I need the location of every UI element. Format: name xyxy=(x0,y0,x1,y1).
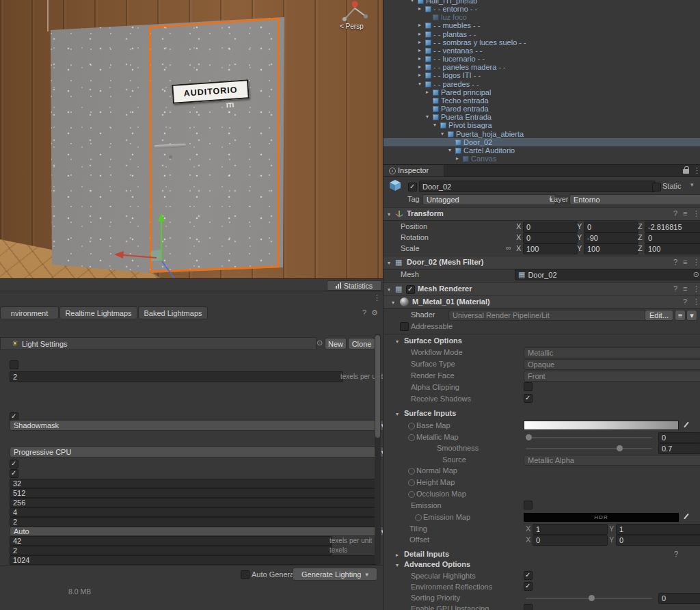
hierarchy-item[interactable]: ▸- - entorno - - xyxy=(383,5,700,13)
foldout-arrow[interactable]: ▾ xyxy=(396,411,399,417)
hierarchy-item[interactable]: ▾Pivot bisagra xyxy=(383,121,700,129)
preset-icon[interactable]: ≡ xyxy=(683,284,687,293)
samples-field[interactable]: 2 xyxy=(10,517,379,527)
kebab-menu-icon[interactable]: ⋮ xyxy=(692,258,700,267)
sorting-priority-field[interactable]: 0 xyxy=(658,593,700,604)
tab-baked-lightmaps[interactable]: Baked Lightmaps xyxy=(138,306,208,319)
hierarchy-item[interactable]: ▾Puerta Entrada xyxy=(383,113,700,121)
rotation-y-field[interactable]: -90 xyxy=(584,233,638,243)
hierarchy-item[interactable]: ▸- - sombras y luces suelo - - xyxy=(383,38,700,47)
transform-header[interactable]: ▾ Transform ? ≡ ⋮ xyxy=(383,207,700,221)
position-y-field[interactable]: 0 xyxy=(584,222,638,233)
tiling-y-field[interactable]: 1 xyxy=(616,524,700,535)
mesh-renderer-enabled-checkbox[interactable] xyxy=(406,285,415,294)
foldout-arrow[interactable]: ▾ xyxy=(448,146,451,155)
clone-button[interactable]: Clone xyxy=(348,338,375,349)
position-z-field[interactable]: -2.816815 xyxy=(645,222,700,233)
object-picker-icon[interactable]: ⊙ xyxy=(693,270,699,279)
lightmap-padding-field[interactable]: 2 xyxy=(10,546,332,555)
tag-dropdown[interactable]: Untagged xyxy=(422,194,556,205)
direct-samples-field[interactable]: 32 xyxy=(10,479,379,488)
foldout-arrow[interactable]: ▸ xyxy=(418,30,421,38)
foldout-arrow[interactable]: ▾ xyxy=(426,113,429,121)
active-checkbox[interactable] xyxy=(408,183,417,191)
persp-label[interactable]: < Persp xyxy=(340,23,364,30)
offset-x-field[interactable]: 0 xyxy=(533,535,608,546)
hierarchy-item[interactable]: luz foco xyxy=(383,13,700,21)
scale-z-field[interactable]: 100 xyxy=(645,243,700,254)
preset-icon[interactable]: ≡ xyxy=(683,209,687,217)
foldout-arrow[interactable]: ▸ xyxy=(396,552,399,558)
foldout-arrow[interactable]: ▸ xyxy=(426,88,429,96)
base-map-color-swatch[interactable] xyxy=(524,421,679,430)
hierarchy-item[interactable]: ▸Pared principal xyxy=(383,88,700,96)
addressable-checkbox[interactable] xyxy=(400,322,409,331)
shader-dropdown[interactable]: Universal Render Pipeline/Lit xyxy=(448,310,656,321)
gameobject-name-field[interactable]: Door_02 xyxy=(419,181,656,192)
foldout-arrow[interactable]: ▾ xyxy=(396,562,399,568)
receive-shadows-checkbox[interactable] xyxy=(524,394,533,403)
help-icon[interactable]: ? xyxy=(674,550,678,558)
environment-reflections-checkbox[interactable] xyxy=(524,582,533,591)
render-face-dropdown[interactable]: Front xyxy=(524,371,700,382)
surface-type-dropdown[interactable]: Opaque xyxy=(524,359,700,370)
texture-slot-icon[interactable] xyxy=(408,423,415,429)
foldout-arrow[interactable]: ▸ xyxy=(418,47,421,55)
kebab-menu-icon[interactable]: ⋮ xyxy=(692,297,700,306)
texture-slot-icon[interactable] xyxy=(408,468,415,475)
lighting-checkbox[interactable] xyxy=(10,460,18,468)
texels-field[interactable]: 2 xyxy=(10,371,343,382)
foldout-arrow[interactable]: ▾ xyxy=(388,211,390,217)
scene-view-panel[interactable]: AUDITORIO ITI < Persp Statistics xyxy=(0,0,383,291)
foldout-arrow[interactable]: ▸ xyxy=(418,38,421,47)
specular-highlights-checkbox[interactable] xyxy=(524,571,533,580)
help-icon[interactable]: ? xyxy=(673,284,677,293)
lighting-checkbox[interactable] xyxy=(10,360,18,369)
filtering-dropdown[interactable]: Auto xyxy=(10,527,383,536)
rotation-z-field[interactable]: 0 xyxy=(645,233,700,243)
inspector-panel[interactable]: Inspector ⋮ Door_02 Static ▾ Tag Untagge… xyxy=(383,164,700,610)
smoothness-slider[interactable] xyxy=(526,448,652,449)
move-gizmo[interactable] xyxy=(114,213,174,278)
kebab-menu-icon[interactable]: ⋮ xyxy=(373,293,381,302)
hierarchy-item[interactable]: ▾- - paredes - - xyxy=(383,80,700,88)
kebab-menu-icon[interactable]: ⋮ xyxy=(692,209,700,218)
new-button[interactable]: New xyxy=(325,338,347,349)
environment-samples-field[interactable]: 256 xyxy=(10,498,379,507)
kebab-menu-icon[interactable]: ⋮ xyxy=(692,284,700,293)
help-icon[interactable]: ? xyxy=(673,209,677,217)
hierarchy-item[interactable]: ▾Hall_ITI_prefab xyxy=(383,0,700,5)
help-icon[interactable]: ? xyxy=(362,308,366,317)
source-dropdown[interactable]: Metallic Alpha xyxy=(524,455,700,466)
material-header[interactable]: ▾ M_Metal_01 (Material) ? ⋮ xyxy=(383,295,700,309)
lock-icon[interactable] xyxy=(683,169,690,174)
shader-list-icon[interactable]: ≡ xyxy=(675,310,686,321)
gpu-instancing-checkbox[interactable] xyxy=(524,604,533,610)
hierarchy-item[interactable]: ▾Puerta_hoja_abierta xyxy=(383,130,700,138)
tab-environment[interactable]: nvironment xyxy=(0,306,59,319)
hierarchy-item[interactable]: ▸- - plantas - - xyxy=(383,30,700,38)
foldout-arrow[interactable]: ▸ xyxy=(418,55,421,63)
foldout-arrow[interactable]: ▸ xyxy=(456,155,459,163)
mesh-renderer-header[interactable]: ▾ ▦ Mesh Renderer ? ≡ ⋮ xyxy=(383,282,700,296)
help-icon[interactable]: ? xyxy=(683,297,687,306)
mesh-filter-header[interactable]: ▾ ▦ Door_02 (Mesh Filter) ? ≡ ⋮ xyxy=(383,256,700,269)
scale-x-field[interactable]: 100 xyxy=(523,243,578,254)
alpha-clipping-checkbox[interactable] xyxy=(524,382,533,391)
rotation-x-field[interactable]: 0 xyxy=(523,233,578,243)
texture-slot-icon[interactable] xyxy=(408,434,415,441)
max-lightmap-size-field[interactable]: 1024 xyxy=(10,555,379,565)
statistics-button[interactable]: Statistics xyxy=(327,280,381,291)
hierarchy-item[interactable]: ▸- - ventanas - - xyxy=(383,47,700,55)
foldout-arrow[interactable]: ▾ xyxy=(418,80,421,88)
position-x-field[interactable]: 0 xyxy=(523,222,578,233)
target-picker-icon[interactable]: ⊙ xyxy=(317,339,323,347)
eyedropper-icon[interactable] xyxy=(684,514,689,520)
foldout-arrow[interactable]: ▾ xyxy=(441,130,444,138)
tab-realtime-lightmaps[interactable]: Realtime Lightmaps xyxy=(59,306,137,319)
preset-icon[interactable]: ≡ xyxy=(683,258,687,266)
scrollbar-thumb[interactable] xyxy=(375,335,380,438)
static-dropdown-icon[interactable]: ▾ xyxy=(690,181,694,188)
foldout-arrow[interactable]: ▸ xyxy=(418,21,421,29)
shader-menu-icon[interactable]: ▾ xyxy=(686,310,697,321)
